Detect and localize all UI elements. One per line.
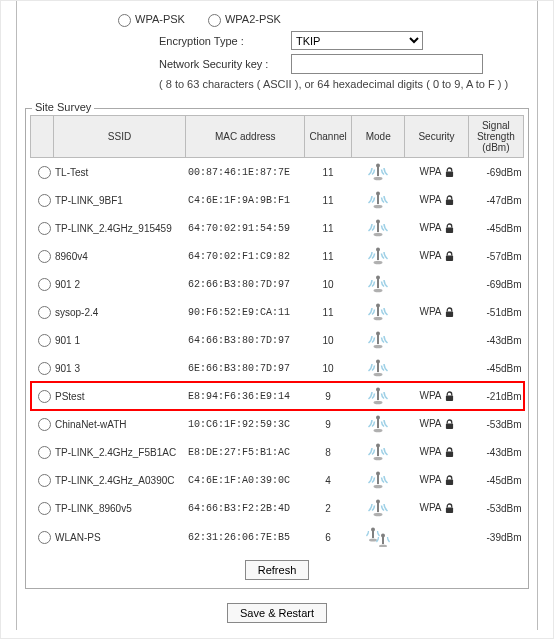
select-ap-radio[interactable]: [38, 166, 51, 179]
col-mode: Mode: [352, 116, 405, 158]
channel-cell: 11: [305, 242, 352, 270]
mac-cell: 64:66:B3:80:7D:97: [186, 326, 305, 354]
security-text: WPA: [419, 222, 441, 233]
select-ap-radio[interactable]: [38, 222, 51, 235]
wifi-mode-icon: [368, 219, 388, 237]
security-cell: WPA: [405, 494, 468, 522]
wpa2-psk-option[interactable]: WPA2-PSK: [203, 11, 281, 27]
lock-icon: [445, 447, 454, 458]
save-restart-button[interactable]: Save & Restart: [227, 603, 327, 623]
mode-cell: [352, 522, 405, 552]
select-ap-radio[interactable]: [38, 390, 51, 403]
security-section: WPA-PSK WPA2-PSK Encryption Type : TKIP …: [17, 1, 537, 104]
wifi-mode-icon: [368, 163, 388, 181]
rssi-cell: -53dBm: [468, 494, 523, 522]
security-cell: WPA: [405, 158, 468, 187]
refresh-button[interactable]: Refresh: [245, 560, 310, 580]
lock-icon: [445, 251, 454, 262]
security-cell: WPA: [405, 242, 468, 270]
mac-cell: 62:66:B3:80:7D:97: [186, 270, 305, 298]
security-text: WPA: [419, 446, 441, 457]
ssid-cell: TP-LINK_9BF1: [53, 186, 186, 214]
mac-cell: 64:66:B3:F2:2B:4D: [186, 494, 305, 522]
security-cell: [405, 354, 468, 382]
select-ap-radio[interactable]: [38, 531, 51, 544]
channel-cell: 10: [305, 326, 352, 354]
select-ap-radio[interactable]: [38, 334, 51, 347]
mac-cell: 90:F6:52:E9:CA:11: [186, 298, 305, 326]
channel-cell: 4: [305, 466, 352, 494]
mac-cell: 10:C6:1F:92:59:3C: [186, 410, 305, 438]
channel-cell: 11: [305, 214, 352, 242]
wifi-mode-icon: [368, 471, 388, 489]
site-survey-legend: Site Survey: [32, 101, 94, 113]
rssi-cell: -57dBm: [468, 242, 523, 270]
rssi-cell: -69dBm: [468, 158, 523, 187]
select-ap-radio[interactable]: [38, 250, 51, 263]
select-ap-radio[interactable]: [38, 306, 51, 319]
network-key-note: ( 8 to 63 characters ( ASCII ), or 64 he…: [159, 78, 508, 90]
wifi-mode-icon: [368, 303, 388, 321]
col-ssid: SSID: [53, 116, 186, 158]
rssi-cell: -39dBm: [468, 522, 523, 552]
wifi-mode-icon: [368, 443, 388, 461]
mode-cell: [352, 466, 405, 494]
mode-cell: [352, 326, 405, 354]
security-text: WPA: [419, 474, 441, 485]
mac-cell: 6E:66:B3:80:7D:97: [186, 354, 305, 382]
security-cell: WPA: [405, 466, 468, 494]
select-ap-radio[interactable]: [38, 418, 51, 431]
ssid-cell: TP-LINK_2.4GHz_A0390C: [53, 466, 186, 494]
lock-icon: [445, 307, 454, 318]
security-text: WPA: [419, 390, 441, 401]
rssi-cell: -51dBm: [468, 298, 523, 326]
wpa-psk-radio[interactable]: [118, 14, 131, 27]
security-cell: WPA: [405, 410, 468, 438]
select-ap-radio[interactable]: [38, 194, 51, 207]
channel-cell: 11: [305, 158, 352, 187]
table-row: TP-LINK_2.4GHz_F5B1ACE8:DE:27:F5:B1:AC8W…: [31, 438, 524, 466]
lock-icon: [445, 195, 454, 206]
ssid-cell: sysop-2.4: [53, 298, 186, 326]
select-ap-radio[interactable]: [38, 502, 51, 515]
wifi-mode-icon: [368, 359, 388, 377]
encryption-type-label: Encryption Type :: [159, 35, 291, 47]
security-cell: [405, 270, 468, 298]
mode-cell: [352, 242, 405, 270]
wpa-psk-option[interactable]: WPA-PSK: [113, 11, 185, 27]
ssid-cell: TP-LINK_8960v5: [53, 494, 186, 522]
wifi-mode-icon: [368, 331, 388, 349]
rssi-cell: -53dBm: [468, 410, 523, 438]
security-cell: WPA: [405, 382, 468, 410]
rssi-cell: -69dBm: [468, 270, 523, 298]
wpa2-psk-radio[interactable]: [208, 14, 221, 27]
network-key-input[interactable]: [291, 54, 483, 74]
ssid-cell: TP-LINK_2.4GHz_915459: [53, 214, 186, 242]
mac-cell: 64:70:02:91:54:59: [186, 214, 305, 242]
site-survey-table: SSID MAC address Channel Mode Security S…: [30, 115, 524, 552]
ssid-cell: 901 1: [53, 326, 186, 354]
security-text: WPA: [419, 166, 441, 177]
security-cell: WPA: [405, 186, 468, 214]
network-key-label: Network Security key :: [159, 58, 291, 70]
select-ap-radio[interactable]: [38, 278, 51, 291]
security-cell: WPA: [405, 298, 468, 326]
lock-icon: [445, 167, 454, 178]
table-row: TP-LINK_8960v564:66:B3:F2:2B:4D2WPA-53dB…: [31, 494, 524, 522]
mac-cell: E8:94:F6:36:E9:14: [186, 382, 305, 410]
select-ap-radio[interactable]: [38, 446, 51, 459]
security-text: WPA: [419, 250, 441, 261]
security-text: WPA: [419, 418, 441, 429]
rssi-cell: -45dBm: [468, 466, 523, 494]
wifi-mode-icon: [368, 387, 388, 405]
table-row: TL-Test00:87:46:1E:87:7E11WPA-69dBm: [31, 158, 524, 187]
security-text: WPA: [419, 194, 441, 205]
col-mac: MAC address: [186, 116, 305, 158]
rssi-cell: -43dBm: [468, 438, 523, 466]
table-row: TP-LINK_2.4GHz_91545964:70:02:91:54:5911…: [31, 214, 524, 242]
mode-cell: [352, 270, 405, 298]
channel-cell: 6: [305, 522, 352, 552]
encryption-type-select[interactable]: TKIP: [291, 31, 423, 50]
select-ap-radio[interactable]: [38, 474, 51, 487]
select-ap-radio[interactable]: [38, 362, 51, 375]
